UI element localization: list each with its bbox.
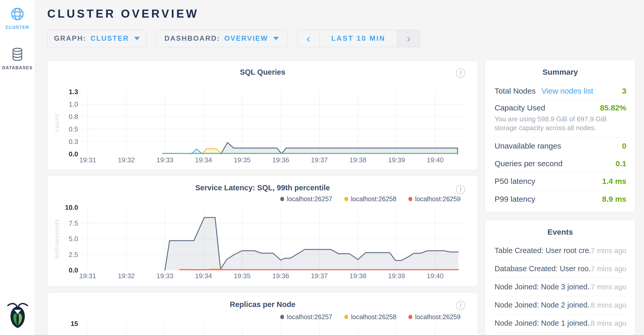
event-title: Node Joined: Node 1 joined... — [495, 319, 591, 327]
svg-text:19:37: 19:37 — [311, 156, 328, 164]
graph-selector-label: GRAPH: — [54, 34, 86, 43]
svg-text:19:39: 19:39 — [388, 272, 405, 280]
time-window-selector: ‹ LAST 10 MIN › — [297, 30, 420, 47]
sidebar-item-label: CLUSTER — [0, 25, 35, 30]
summary-label: Capacity Used — [495, 103, 545, 112]
event-title: Table Created: User root cre... — [495, 246, 591, 255]
svg-text:19:36: 19:36 — [272, 156, 289, 164]
event-row[interactable]: Node Joined: Node 1 joined... 8 mins ago — [495, 314, 626, 332]
summary-label: P99 latency — [495, 195, 535, 204]
svg-text:19:37: 19:37 — [311, 272, 328, 280]
chart-legend: localhost:26257 localhost:26258 localhos… — [280, 313, 461, 321]
service-latency-panel: 19:3119:3219:3319:3419:3519:3619:3719:38… — [47, 175, 478, 287]
svg-text:0.8: 0.8 — [69, 113, 78, 121]
chart-title: Replicas per Node — [47, 300, 478, 309]
summary-row-p99: P99 latency 8.9 ms — [495, 190, 626, 208]
event-time: 7 mins ago — [591, 247, 626, 255]
svg-text:2.5: 2.5 — [69, 251, 78, 259]
sidebar-item-databases[interactable]: DATABASES — [0, 47, 35, 71]
svg-text:19:32: 19:32 — [118, 272, 135, 280]
svg-text:19:38: 19:38 — [350, 156, 366, 164]
database-icon — [10, 58, 24, 62]
time-window-label[interactable]: LAST 10 MIN — [320, 30, 397, 47]
info-icon[interactable]: ! — [456, 185, 465, 194]
cockroachdb-logo — [0, 301, 35, 329]
svg-text:19:35: 19:35 — [234, 156, 251, 164]
info-icon[interactable]: ! — [456, 301, 465, 310]
svg-text:19:33: 19:33 — [156, 272, 173, 280]
controls-bar: GRAPH: CLUSTER DASHBOARD: OVERVIEW ‹ LAS… — [47, 30, 420, 47]
svg-text:19:33: 19:33 — [156, 156, 173, 164]
svg-text:1.3: 1.3 — [69, 88, 78, 96]
graph-selector-value: CLUSTER — [91, 34, 129, 43]
info-icon[interactable]: ! — [456, 68, 465, 78]
capacity-caption: You are using 598.9 GiB of 697.9 GiB sto… — [495, 115, 626, 132]
svg-text:1.0: 1.0 — [69, 100, 78, 108]
summary-row-unavailable-ranges: Unavailable ranges 0 — [495, 137, 626, 155]
sidebar-item-cluster[interactable]: CLUSTER — [0, 7, 35, 30]
svg-text:19:40: 19:40 — [427, 272, 444, 280]
globe-icon — [10, 18, 25, 22]
graph-selector-dropdown[interactable]: GRAPH: CLUSTER — [47, 30, 147, 47]
svg-text:19:34: 19:34 — [195, 156, 212, 164]
event-row[interactable]: Table Created: User root cre... 7 mins a… — [495, 242, 626, 260]
event-row[interactable]: Node Joined: Node 2 joined... 8 mins ago — [495, 296, 626, 314]
summary-label: Unavailable ranges — [495, 142, 561, 150]
event-time: 8 mins ago — [591, 301, 626, 309]
chart-legend: localhost:26257 localhost:26258 localhos… — [280, 195, 461, 203]
summary-value: 85.82% — [600, 103, 626, 112]
svg-text:15: 15 — [71, 320, 78, 327]
time-window-prev-button[interactable]: ‹ — [297, 30, 320, 47]
events-title: Events — [485, 220, 635, 236]
event-time: 7 mins ago — [591, 283, 626, 291]
chart-title: SQL Queries — [47, 68, 478, 76]
summary-label: Queries per second — [495, 159, 563, 168]
cluster-overview-page: { "colors": { "accent_blue": "#41a4f4", … — [0, 0, 644, 335]
chevron-down-icon — [273, 37, 279, 40]
summary-value: 1.4 ms — [602, 177, 626, 186]
legend-dot — [408, 197, 412, 201]
event-title: Node Joined: Node 2 joined... — [495, 301, 591, 309]
page-title: CLUSTER OVERVIEW — [47, 7, 199, 20]
summary-label: Total Nodes — [495, 87, 536, 95]
sidebar-item-label: DATABASES — [0, 65, 35, 71]
svg-text:7.5: 7.5 — [69, 219, 78, 227]
legend-item: localhost:26258 — [344, 195, 396, 203]
svg-text:19:39: 19:39 — [388, 156, 405, 164]
summary-value: 0 — [622, 142, 626, 150]
event-row[interactable]: Database Created: User roo... 7 mins ago — [495, 260, 626, 278]
summary-row-p50: P50 latency 1.4 ms — [495, 173, 626, 190]
event-title: Database Created: User roo... — [495, 264, 591, 273]
svg-text:0.3: 0.3 — [69, 138, 78, 145]
dashboard-selector-dropdown[interactable]: DASHBOARD: OVERVIEW — [156, 30, 287, 47]
sql-queries-panel: 19:3119:3219:3319:3419:3519:3619:3719:38… — [47, 60, 478, 170]
summary-row-capacity: Capacity Used 85.82% You are using 598.9… — [495, 100, 626, 137]
dashboard-selector-label: DASHBOARD: — [165, 34, 220, 43]
sql-queries-chart: 19:3119:3219:3319:3419:3519:3619:3719:38… — [47, 61, 478, 170]
event-row[interactable]: Node Joined: Node 3 joined... 7 mins ago — [495, 278, 626, 296]
svg-text:19:36: 19:36 — [272, 272, 289, 280]
summary-row-total-nodes: Total Nodes View nodes list 3 — [495, 82, 626, 100]
svg-text:10.0: 10.0 — [65, 204, 78, 211]
svg-text:19:38: 19:38 — [350, 272, 366, 280]
time-window-next-button[interactable]: › — [397, 30, 420, 47]
summary-value: 3 — [622, 87, 626, 95]
service-latency-chart: 19:3119:3219:3319:3419:3519:3619:3719:38… — [47, 176, 478, 287]
svg-text:19:34: 19:34 — [195, 272, 212, 280]
sidebar: CLUSTER DATABASES — [0, 0, 35, 335]
event-time: 8 mins ago — [591, 319, 626, 327]
svg-text:19:31: 19:31 — [79, 156, 96, 164]
svg-text:19:32: 19:32 — [118, 156, 135, 164]
legend-dot — [280, 197, 284, 201]
view-nodes-list-link[interactable]: View nodes list — [541, 87, 593, 95]
summary-title: Summary — [485, 60, 635, 76]
legend-dot — [280, 315, 284, 319]
svg-text:count: count — [53, 114, 60, 132]
replicas-per-node-panel: 19:3119:3219:3319:3419:3519:3619:3719:38… — [47, 292, 478, 335]
chart-title: Service Latency: SQL, 99th percentile — [47, 184, 478, 192]
summary-panel: Summary Total Nodes View nodes list 3 Ca… — [485, 60, 636, 212]
svg-text:0.0: 0.0 — [69, 266, 78, 274]
svg-text:19:40: 19:40 — [427, 156, 444, 164]
summary-value: 8.9 ms — [602, 195, 626, 204]
legend-item: localhost:26257 — [280, 313, 332, 321]
